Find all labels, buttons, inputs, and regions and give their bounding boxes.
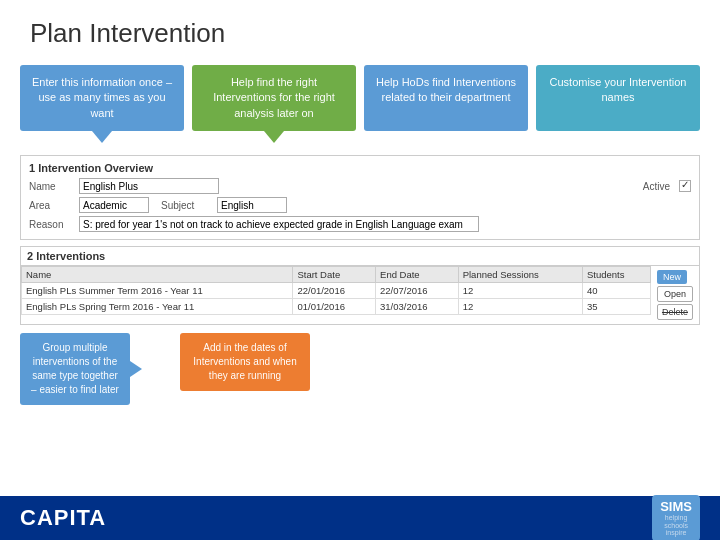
active-checkbox[interactable] — [679, 180, 691, 192]
row2-end: 31/03/2016 — [376, 299, 459, 315]
col-sessions: Planned Sessions — [458, 267, 582, 283]
name-label: Name — [29, 181, 73, 192]
section-1-title: 1 Intervention Overview — [29, 162, 691, 174]
table-row: English PLs Spring Term 2016 - Year 11 0… — [22, 299, 651, 315]
info-box-help-hods: Help HoDs find Interventions related to … — [364, 65, 528, 131]
col-end: End Date — [376, 267, 459, 283]
col-students: Students — [582, 267, 650, 283]
interventions-table: Name Start Date End Date Planned Session… — [21, 266, 651, 315]
interventions-buttons: New Open Delete — [651, 266, 699, 324]
page-header: Plan Intervention — [0, 0, 720, 59]
capita-logo: CAPITA — [20, 505, 106, 531]
area-label: Area — [29, 200, 73, 211]
section-2-title: 2 Interventions — [21, 247, 699, 266]
page-title: Plan Intervention — [30, 18, 690, 49]
row1-end: 22/07/2016 — [376, 283, 459, 299]
arrow-down-help-find — [264, 131, 284, 143]
reason-input[interactable] — [79, 216, 479, 232]
row1-students: 40 — [582, 283, 650, 299]
intervention-overview-form: 1 Intervention Overview Name Active Area… — [20, 155, 700, 240]
area-select[interactable]: Academic — [79, 197, 149, 213]
info-boxes-row: Enter this information once – use as man… — [0, 65, 720, 141]
info-box-customise: Customise your Intervention names — [536, 65, 700, 131]
new-button[interactable]: New — [657, 270, 687, 284]
col-name: Name — [22, 267, 293, 283]
row1-start: 22/01/2016 — [293, 283, 376, 299]
name-input[interactable] — [79, 178, 219, 194]
table-header-row: Name Start Date End Date Planned Session… — [22, 267, 651, 283]
sims-badge: SIMS helpingschoolsinspire — [652, 495, 700, 540]
callout-group-interventions: Group multiple interventions of the same… — [20, 333, 130, 405]
callout-left-arrow — [130, 361, 142, 377]
action-buttons-col: New Open Delete — [657, 270, 693, 320]
bottom-callouts-row: Group multiple interventions of the same… — [20, 333, 700, 405]
interventions-table-wrapper: Name Start Date End Date Planned Session… — [21, 266, 651, 324]
sims-sub-text: helpingschoolsinspire — [664, 514, 688, 537]
table-row: English PLs Summer Term 2016 - Year 11 2… — [22, 283, 651, 299]
col-start: Start Date — [293, 267, 376, 283]
row2-sessions: 12 — [458, 299, 582, 315]
subject-select[interactable]: English — [217, 197, 287, 213]
info-box-enter-info: Enter this information once – use as man… — [20, 65, 184, 131]
info-box-help-find: Help find the right Interventions for th… — [192, 65, 356, 131]
reason-label: Reason — [29, 219, 73, 230]
sims-text: SIMS — [660, 499, 692, 514]
form-row-name: Name Active — [29, 178, 691, 194]
active-label: Active — [643, 181, 670, 192]
interventions-content: Name Start Date End Date Planned Session… — [21, 266, 699, 324]
delete-button[interactable]: Delete — [657, 304, 693, 320]
sims-branding: SIMS helpingschoolsinspire — [652, 495, 700, 540]
open-button[interactable]: Open — [657, 286, 693, 302]
subject-label: Subject — [161, 200, 211, 211]
interventions-section: 2 Interventions Name Start Date End Date… — [20, 246, 700, 325]
row2-students: 35 — [582, 299, 650, 315]
row2-start: 01/01/2016 — [293, 299, 376, 315]
arrow-down-enter-info — [92, 131, 112, 143]
form-row-reason: Reason — [29, 216, 691, 232]
row1-sessions: 12 — [458, 283, 582, 299]
callout-add-dates: Add in the dates of Interventions and wh… — [180, 333, 310, 391]
form-row-area: Area Academic Subject English — [29, 197, 691, 213]
footer: CAPITA SIMS helpingschoolsinspire — [0, 496, 720, 540]
row2-name: English PLs Spring Term 2016 - Year 11 — [22, 299, 293, 315]
row1-name: English PLs Summer Term 2016 - Year 11 — [22, 283, 293, 299]
